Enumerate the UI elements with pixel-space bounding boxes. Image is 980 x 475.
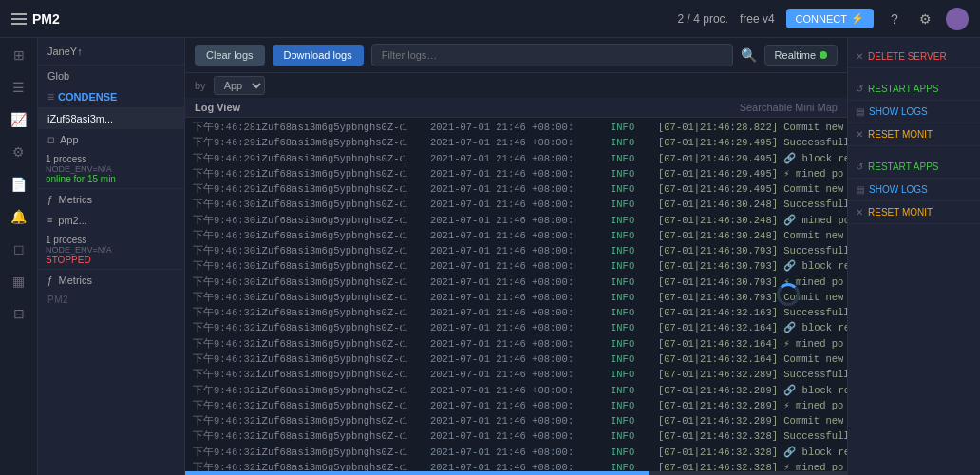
sidebar-item-app[interactable]: ◻ App	[38, 129, 184, 150]
reset-monit-label-1: RESET MONIT	[868, 129, 933, 140]
progress-bar-fill	[185, 471, 649, 475]
connect-label: CONNECT	[796, 13, 847, 25]
process2-env: NODE_ENV=N/A	[46, 245, 177, 255]
sort-by-select[interactable]: App	[214, 76, 265, 95]
logo: PM2	[11, 11, 125, 27]
log-toolbar: Clear logs Download logs 🔍 Realtime	[185, 38, 847, 73]
table-row: 下午9:46:32 iZuf68asi3m6g5ypbnghs0Z-dfcb 1…	[185, 428, 847, 444]
restart-apps-button-2[interactable]: ↺ RESTART APPS	[848, 156, 980, 179]
table-row: 下午9:46:30 iZuf68asi3m6g5ypbnghs0Z-dfcb 1…	[185, 228, 847, 243]
table-row: 下午9:46:30 iZuf68asi3m6g5ypbnghs0Z-dfcb 1…	[185, 213, 847, 228]
delete-server-button[interactable]: ✕ DELETE SERVER	[848, 46, 980, 68]
sidebar-item-proc2[interactable]: ≡ pm2...	[38, 210, 184, 231]
table-row: 下午9:46:30 iZuf68asi3m6g5ypbnghs0Z-dfcb 1…	[185, 243, 847, 258]
connect-button[interactable]: CONNECT ⚡	[786, 9, 874, 28]
process1-status: online for 15 min	[46, 174, 177, 184]
table-row: 下午9:46:30 iZuf68asi3m6g5ypbnghs0Z-dfcb 1…	[185, 290, 847, 305]
process1-block: 1 process NODE_ENV=N/A online for 15 min	[38, 150, 184, 189]
show-logs-button-1[interactable]: ▤ SHOW LOGS	[848, 101, 980, 124]
mini-map-label: Searchable Mini Map	[740, 102, 838, 113]
table-row: 下午9:46:29 iZuf68asi3m6g5ypbnghs0Z-dfcb 1…	[185, 151, 847, 166]
progress-bar	[185, 471, 847, 475]
restart-icon-1: ↺	[856, 84, 863, 94]
nav-icon-bell[interactable]: 🔔	[9, 207, 28, 226]
reset-icon-1: ✕	[856, 129, 863, 140]
nav-icon-home[interactable]: ⊞	[9, 46, 28, 65]
nav-icon-chart[interactable]: 📈	[9, 110, 28, 129]
reset-monit-label-2: RESET MONIT	[868, 207, 933, 218]
clear-logs-button[interactable]: Clear logs	[195, 45, 265, 66]
nav-icon-settings[interactable]: ⚙	[9, 142, 28, 162]
topbar-right: 2 / 4 proc. free v4 CONNECT ⚡ ? ⚙	[678, 8, 969, 30]
condense-label[interactable]: CONDENSE	[58, 91, 117, 103]
proc2-icon: ≡	[47, 216, 52, 225]
pm2-section: PM2	[38, 291, 184, 307]
sort-by-label: by	[195, 80, 206, 91]
collapse-icon: ≡	[47, 90, 54, 104]
show-logs-icon-2: ▤	[856, 184, 864, 195]
help-icon[interactable]: ?	[885, 10, 904, 28]
version-label: free v4	[740, 12, 775, 26]
table-row: 下午9:46:32 iZuf68asi3m6g5ypbnghs0Z-dfcb 1…	[185, 305, 847, 320]
restart-apps-button-1[interactable]: ↺ RESTART APPS	[848, 78, 980, 101]
sidebar-item-metrics2[interactable]: ƒ Metrics	[38, 270, 184, 291]
log-content[interactable]: 下午9:46:28 iZuf68asi3m6g5ypbnghs0Z-dfcb 1…	[185, 118, 847, 471]
table-row: 下午9:46:32 iZuf68asi3m6g5ypbnghs0Z-dfcb 1…	[185, 413, 847, 428]
show-logs-button-2[interactable]: ▤ SHOW LOGS	[848, 179, 980, 201]
restart-icon-2: ↺	[856, 162, 863, 172]
main-layout: ⊞ ☰ 📈 ⚙ 📄 🔔 ◻ ▦ ⊟ JaneY↑ Glob ≡ CONDENSE…	[0, 38, 980, 475]
table-row: 下午9:46:29 iZuf68asi3m6g5ypbnghs0Z-dfcb 1…	[185, 181, 847, 197]
table-row: 下午9:46:28 iZuf68asi3m6g5ypbnghs0Z-dfcb 1…	[185, 120, 847, 135]
reset-monit-button-2[interactable]: ✕ RESET MONIT	[848, 201, 980, 224]
table-row: 下午9:46:32 iZuf68asi3m6g5ypbnghs0Z-dfcb 1…	[185, 460, 847, 471]
proc-count: 2 / 4 proc.	[678, 12, 728, 26]
right-panel: ✕ DELETE SERVER ↺ RESTART APPS ▤ SHOW LO…	[847, 38, 980, 475]
download-logs-button[interactable]: Download logs	[273, 45, 364, 66]
sidebar-item-metrics1[interactable]: ƒ Metrics	[38, 189, 184, 210]
reset-monit-button-1[interactable]: ✕ RESET MONIT	[848, 124, 980, 146]
table-row: 下午9:46:32 iZuf68asi3m6g5ypbnghs0Z-dfcb 1…	[185, 320, 847, 335]
sidebar-item-proc1[interactable]: iZuf68asi3m...	[38, 108, 184, 129]
search-icon[interactable]: 🔍	[741, 48, 757, 63]
nav-icon-grid[interactable]: ⊟	[9, 304, 28, 323]
nav-icon-file[interactable]: 📄	[9, 175, 28, 194]
table-row: 下午9:46:32 iZuf68asi3m6g5ypbnghs0Z-dfcb 1…	[185, 383, 847, 398]
process1-env: NODE_ENV=N/A	[46, 164, 177, 174]
app-icon: ◻	[47, 135, 54, 144]
sidebar-user: JaneY↑	[38, 38, 184, 66]
delete-icon: ✕	[856, 51, 863, 62]
content-area: Clear logs Download logs 🔍 Realtime by A…	[185, 38, 847, 475]
proc2-label: pm2...	[58, 215, 87, 226]
realtime-dot	[820, 51, 827, 59]
nav-icon-cube[interactable]: ◻	[9, 239, 28, 258]
process2-status: STOPPED	[46, 255, 177, 265]
hamburger-menu-icon[interactable]	[11, 13, 27, 25]
restart-apps-label-1: RESTART APPS	[868, 84, 938, 94]
topbar: PM2 2 / 4 proc. free v4 CONNECT ⚡ ? ⚙	[0, 0, 980, 38]
table-row: 下午9:46:30 iZuf68asi3m6g5ypbnghs0Z-dfcb 1…	[185, 275, 847, 290]
show-logs-label-1: SHOW LOGS	[869, 106, 928, 117]
proc1-label: iZuf68asi3m...	[47, 113, 113, 124]
icon-sidebar: ⊞ ☰ 📈 ⚙ 📄 🔔 ◻ ▦ ⊟	[0, 38, 38, 475]
show-logs-icon-1: ▤	[856, 106, 864, 117]
process2-block: 1 process NODE_ENV=N/A STOPPED	[38, 231, 184, 270]
realtime-label: Realtime	[775, 49, 816, 61]
app-logo-text: PM2	[32, 11, 60, 27]
sort-by-row: by App	[185, 73, 847, 98]
settings-icon[interactable]: ⚙	[915, 10, 934, 28]
avatar[interactable]	[946, 8, 969, 30]
connect-icon: ⚡	[851, 12, 864, 25]
filter-logs-input[interactable]	[371, 44, 733, 66]
table-row: 下午9:46:32 iZuf68asi3m6g5ypbnghs0Z-dfcb 1…	[185, 352, 847, 367]
nav-icon-list[interactable]: ☰	[9, 78, 28, 97]
log-view-header: Log View Searchable Mini Map	[185, 98, 847, 118]
table-row: 下午9:46:30 iZuf68asi3m6g5ypbnghs0Z-dfcb 1…	[185, 197, 847, 212]
sidebar-item-glob[interactable]: Glob	[38, 66, 184, 86]
metrics1-label: Metrics	[59, 194, 92, 205]
table-row: 下午9:46:32 iZuf68asi3m6g5ypbnghs0Z-dfcb 1…	[185, 398, 847, 413]
table-row: 下午9:46:32 iZuf68asi3m6g5ypbnghs0Z-dfcb 1…	[185, 336, 847, 352]
restart-apps-label-2: RESTART APPS	[868, 162, 938, 172]
metrics2-label: Metrics	[59, 275, 92, 286]
nav-icon-bar[interactable]: ▦	[9, 272, 28, 291]
realtime-badge: Realtime	[764, 45, 838, 66]
